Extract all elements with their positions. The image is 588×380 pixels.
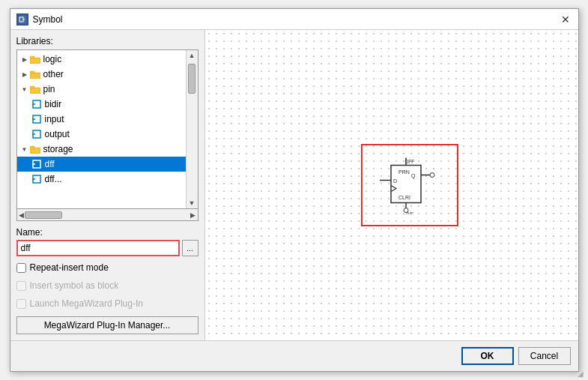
megawizard-label: Launch MegaWizard Plug-In <box>30 298 143 309</box>
chevron-icon: ▶ <box>20 70 29 79</box>
hscroll-thumb[interactable] <box>25 211 62 219</box>
scroll-thumb[interactable] <box>188 64 196 94</box>
resize-handle[interactable]: ◢ <box>578 370 587 379</box>
tree-item-logic-label: logic <box>43 54 62 64</box>
svg-text:Q: Q <box>411 173 416 179</box>
scroll-left[interactable]: ◀ <box>19 211 25 219</box>
repeat-insert-checkbox[interactable] <box>16 263 26 273</box>
tree-item-logic[interactable]: ▶ logic <box>17 52 198 67</box>
svg-text:PRN: PRN <box>398 169 410 175</box>
svg-rect-16 <box>30 146 34 148</box>
name-input-row: ... <box>16 240 198 256</box>
folder-icon <box>29 70 41 79</box>
dialog-footer: OK Cancel <box>10 340 578 371</box>
tree-item-pin-label: pin <box>43 84 55 94</box>
name-input[interactable] <box>16 240 180 256</box>
tree-item-storage-label: storage <box>43 144 73 154</box>
dialog-title: Symbol <box>33 14 63 25</box>
chevron-icon: ▶ <box>20 55 29 64</box>
name-section: Name: ... Repeat-insert mode Insert symb… <box>16 227 198 334</box>
svg-text:INS: INS <box>406 211 415 214</box>
folder-icon <box>29 85 41 94</box>
left-panel: Libraries: ▶ logi <box>10 30 205 340</box>
insert-block-checkbox[interactable] <box>16 281 26 291</box>
symbol-icon <box>32 159 43 169</box>
tree-item-output[interactable]: output <box>17 127 198 142</box>
tree-item-dff-label: dff <box>45 159 55 169</box>
scroll-right[interactable]: ▶ <box>190 211 196 219</box>
tree-item-dff2-label: dff... <box>45 174 62 184</box>
symbol-preview: D Q PRN CLRI DFF INS <box>361 144 458 226</box>
preview-panel: D Q PRN CLRI DFF INS <box>205 30 578 340</box>
tree-item-bidir[interactable]: bidir <box>17 97 198 112</box>
tree-item-other[interactable]: ▶ other <box>17 67 198 82</box>
scrollbar-v[interactable]: ▲ ▼ <box>186 50 198 208</box>
libraries-label: Libraries: <box>16 36 198 46</box>
symbol-icon <box>32 129 43 139</box>
svg-rect-6 <box>30 71 34 73</box>
folder-icon <box>29 145 41 154</box>
symbol-dialog: Symbol ✕ Libraries: ▶ <box>10 8 579 372</box>
svg-rect-8 <box>30 86 34 88</box>
megawizard-checkbox[interactable] <box>16 299 26 309</box>
browse-button[interactable]: ... <box>182 240 198 256</box>
tree-item-output-label: output <box>45 129 70 139</box>
tree-item-storage[interactable]: ▼ storage <box>17 142 198 157</box>
ok-button[interactable]: OK <box>461 347 514 365</box>
svg-point-30 <box>430 173 434 178</box>
tree-item-dff2[interactable]: dff... <box>17 172 198 187</box>
dialog-icon <box>16 13 28 25</box>
tree-item-input-label: input <box>45 114 64 124</box>
scroll-down[interactable]: ▼ <box>189 198 196 208</box>
tree-item-bidir-label: bidir <box>45 99 62 109</box>
folder-icon <box>29 55 41 64</box>
svg-text:CLRI: CLRI <box>398 195 410 200</box>
title-bar: Symbol ✕ <box>10 9 578 30</box>
tree-item-pin[interactable]: ▼ pin <box>17 82 198 97</box>
close-button[interactable]: ✕ <box>559 13 572 26</box>
tree-item-dff[interactable]: dff <box>17 157 198 172</box>
cancel-button[interactable]: Cancel <box>518 347 571 365</box>
symbol-icon <box>32 99 43 109</box>
preview-box: D Q PRN CLRI DFF INS <box>361 144 458 226</box>
tree-container: ▶ logic ▶ <box>16 49 198 209</box>
tree-item-input[interactable]: input <box>17 112 198 127</box>
repeat-insert-row: Repeat-insert mode <box>16 261 198 274</box>
name-label: Name: <box>16 227 198 238</box>
chevron-icon: ▼ <box>20 145 29 154</box>
svg-text:DFF: DFF <box>405 159 415 164</box>
tree-item-other-label: other <box>43 69 64 79</box>
megawizard-manager-button[interactable]: MegaWizard Plug-In Manager... <box>16 316 198 334</box>
tree-list: ▶ logic ▶ <box>17 50 198 188</box>
scrollbar-h[interactable]: ◀ ▶ <box>16 209 198 221</box>
symbol-icon <box>32 114 43 124</box>
insert-block-row: Insert symbol as block <box>16 279 198 292</box>
megawizard-row: Launch MegaWizard Plug-In <box>16 297 198 310</box>
repeat-insert-label: Repeat-insert mode <box>30 262 109 273</box>
svg-rect-4 <box>30 56 34 58</box>
tree-scroll[interactable]: ▶ logic ▶ <box>17 50 198 208</box>
dff-symbol: D Q PRN CLRI DFF INS <box>376 154 443 217</box>
insert-block-label: Insert symbol as block <box>30 280 119 291</box>
chevron-icon: ▼ <box>20 85 29 94</box>
dialog-body: Libraries: ▶ logi <box>10 30 578 340</box>
svg-text:D: D <box>393 178 397 184</box>
scroll-up[interactable]: ▲ <box>189 50 196 61</box>
symbol-icon <box>32 174 43 184</box>
